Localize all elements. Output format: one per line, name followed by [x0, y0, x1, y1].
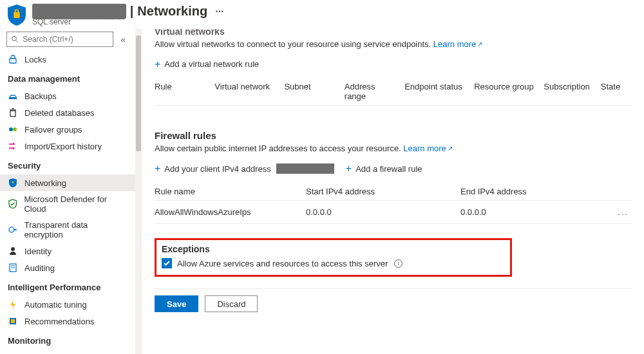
auditing-icon [8, 263, 18, 273]
firewall-section-desc: Allow certain public internet IP address… [155, 144, 632, 153]
sidebar-item-label: Locks [24, 55, 46, 64]
svg-rect-13 [14, 229, 17, 230]
sidebar-item-label: Identity [24, 247, 52, 256]
sidebar-item-defender[interactable]: Microsoft Defender for Cloud [0, 191, 135, 217]
defender-shield-icon [8, 199, 17, 209]
backups-icon [8, 91, 18, 101]
svg-point-12 [9, 227, 14, 232]
sidebar-nav: Locks Data management Backups Deleted da… [0, 51, 135, 354]
svg-rect-0 [14, 12, 19, 18]
vnet-section-desc: Allow virtual networks to connect to you… [155, 39, 632, 49]
svg-line-3 [16, 41, 18, 42]
info-icon[interactable]: i [394, 259, 402, 268]
svg-point-2 [12, 36, 17, 41]
check-icon [163, 259, 171, 267]
sidebar-item-label: Microsoft Defender for Cloud [24, 194, 128, 214]
main-content: Virtual networks Allow virtual networks … [142, 29, 644, 354]
sidebar-item-label: Recommendations [24, 317, 94, 326]
collapse-sidebar-button[interactable]: « [117, 35, 129, 44]
row-more-button[interactable]: ... [618, 207, 632, 217]
svg-point-14 [11, 247, 15, 251]
end-ip-cell: 0.0.0.0 [460, 207, 589, 217]
sidebar-item-label: Transparent data encryption [24, 220, 128, 239]
add-client-ip-button[interactable]: + Add your client IPv4 address [155, 163, 334, 174]
add-firewall-rule-button[interactable]: + Add a firewall rule [346, 164, 422, 174]
sidebar-item-label: Deleted databases [24, 108, 94, 118]
sidebar-item-auditing[interactable]: Auditing [0, 259, 135, 276]
title-more-button[interactable]: ··· [215, 6, 223, 17]
plus-icon: + [155, 164, 160, 173]
sidebar-scrollbar[interactable] [135, 29, 142, 354]
firewall-table-header: Rule name Start IPv4 address End IPv4 ad… [155, 183, 632, 201]
sidebar-item-backups[interactable]: Backups [0, 88, 135, 104]
sidebar-item-networking[interactable]: Networking [0, 174, 135, 191]
sidebar-item-label: Automatic tuning [24, 300, 87, 310]
firewall-section-title: Firewall rules [155, 130, 632, 141]
sql-server-shield-icon [8, 6, 26, 25]
footer-bar: Save Discard [155, 288, 632, 312]
lock-icon [8, 54, 18, 64]
scrollbar-thumb[interactable] [136, 35, 141, 151]
svg-rect-4 [10, 59, 16, 63]
resource-type-subtitle: SQL server [32, 17, 224, 26]
section-intelligent-performance: Intelligent Performance [0, 276, 135, 296]
sidebar-item-label: Auditing [24, 263, 55, 273]
firewall-learn-more-link[interactable]: Learn more↗ [403, 144, 452, 153]
sidebar-item-recommendations[interactable]: Recommendations [0, 313, 135, 330]
sidebar-item-tde[interactable]: Transparent data encryption [0, 217, 135, 243]
sidebar-item-import-export[interactable]: Import/Export history [0, 138, 135, 154]
sidebar-search[interactable] [6, 32, 113, 47]
vnet-table-header: Rule Virtual network Subnet Address rang… [155, 78, 632, 106]
vnet-section-title: Virtual networks [155, 29, 632, 37]
networking-shield-icon [8, 178, 18, 188]
sidebar-item-label: Import/Export history [24, 142, 102, 151]
add-vnet-rule-button[interactable]: + Add a virtual network rule [155, 59, 259, 69]
external-link-icon: ↗ [448, 145, 453, 152]
bolt-icon [8, 299, 18, 310]
client-ip-redacted [276, 163, 334, 174]
allow-azure-services-checkbox[interactable] [162, 258, 172, 268]
sidebar-item-auto-tuning[interactable]: Automatic tuning [0, 296, 135, 313]
discard-button[interactable]: Discard [205, 295, 258, 312]
section-monitoring: Monitoring [0, 330, 135, 349]
plus-icon: + [155, 60, 160, 69]
save-button[interactable]: Save [155, 295, 198, 312]
svg-rect-19 [11, 319, 15, 323]
exceptions-title: Exceptions [162, 244, 505, 254]
search-icon [11, 35, 19, 44]
firewall-table-row: AllowAllWindowsAzureIps 0.0.0.0 0.0.0.0 … [155, 201, 632, 224]
allow-azure-services-label: Allow Azure services and resources to ac… [177, 259, 388, 268]
exceptions-section: Exceptions Allow Azure services and reso… [155, 238, 512, 277]
sidebar: « Locks Data management Backups Deleted … [0, 29, 135, 354]
trash-icon [8, 107, 18, 118]
start-ip-cell: 0.0.0.0 [306, 207, 460, 217]
svg-point-11 [12, 182, 14, 183]
svg-point-10 [13, 127, 17, 131]
sidebar-item-label: Backups [24, 91, 57, 101]
search-input[interactable] [23, 35, 109, 44]
sidebar-item-label: Failover groups [24, 125, 82, 135]
vnet-learn-more-link[interactable]: Learn more↗ [433, 39, 482, 49]
recommendations-icon [8, 316, 18, 326]
svg-point-9 [9, 127, 13, 131]
server-name-redacted: ██████████ [32, 4, 126, 19]
import-export-icon [8, 141, 18, 151]
sidebar-item-locks[interactable]: Locks [0, 51, 135, 68]
svg-rect-5 [9, 97, 17, 99]
failover-icon [8, 124, 18, 135]
page-title: Networking [137, 4, 207, 19]
sidebar-item-failover-groups[interactable]: Failover groups [0, 121, 135, 138]
svg-rect-6 [10, 111, 15, 116]
sidebar-item-deleted-databases[interactable]: Deleted databases [0, 104, 135, 121]
page-header: ██████████ | Networking ··· SQL server [0, 0, 644, 29]
encryption-icon [8, 225, 18, 235]
rule-name-cell: AllowAllWindowsAzureIps [155, 207, 306, 217]
title-separator: | [130, 4, 134, 19]
sidebar-item-identity[interactable]: Identity [0, 243, 135, 259]
section-data-management: Data management [0, 68, 135, 88]
section-security: Security [0, 154, 135, 174]
plus-icon: + [346, 164, 352, 173]
external-link-icon: ↗ [477, 41, 482, 48]
identity-icon [8, 246, 18, 256]
sidebar-item-label: Networking [24, 178, 66, 188]
